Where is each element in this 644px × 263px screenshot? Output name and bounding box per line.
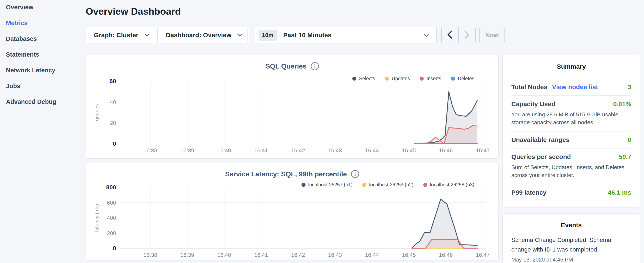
svg-text:16:44: 16:44 bbox=[365, 147, 379, 154]
graph-dropdown[interactable]: Graph: Cluster bbox=[86, 27, 158, 43]
summary-panel: Summary Total NodesView nodes list3Capac… bbox=[502, 55, 640, 208]
svg-text:16:47: 16:47 bbox=[476, 252, 490, 258]
svg-text:200: 200 bbox=[107, 230, 116, 236]
summary-subtext: You are using 28.6 MiB of 515.9 GiB usab… bbox=[511, 111, 631, 126]
summary-label: P99 latency bbox=[511, 189, 546, 196]
sql-queries-chart-plot[interactable]: 16:3816:3916:4016:4116:4216:4316:4416:45… bbox=[92, 78, 493, 155]
summary-label: Queries per second bbox=[511, 153, 571, 160]
sidebar-item-advanced-debug[interactable]: Advanced Debug bbox=[6, 98, 82, 105]
event-timestamp: May 13, 2020 at 4:45 PM bbox=[511, 256, 631, 263]
svg-text:16:40: 16:40 bbox=[217, 252, 231, 258]
db-console-page: OverviewMetricsDatabasesStatementsNetwor… bbox=[0, 0, 644, 263]
svg-text:0: 0 bbox=[113, 245, 116, 251]
sidebar-item-statements[interactable]: Statements bbox=[6, 51, 82, 58]
next-time-button[interactable] bbox=[458, 27, 475, 43]
svg-text:16:41: 16:41 bbox=[254, 147, 268, 154]
events-list: Schema Change Completed: Schema change w… bbox=[511, 235, 631, 263]
svg-text:16:39: 16:39 bbox=[180, 252, 194, 258]
toolbar-divider bbox=[248, 29, 248, 42]
summary-value: 0.01% bbox=[613, 100, 631, 108]
chevron-right-icon bbox=[464, 31, 470, 40]
summary-value: 59.7 bbox=[619, 153, 631, 160]
svg-text:60: 60 bbox=[110, 78, 116, 85]
chevron-down-icon bbox=[237, 34, 242, 37]
service-latency-chart-card: Service Latency: SQL, 99th percentile i … bbox=[86, 163, 498, 261]
svg-text:latency (ms): latency (ms) bbox=[94, 204, 100, 232]
chart-title: Service Latency: SQL, 99th percentile bbox=[225, 170, 347, 178]
view-nodes-list-link[interactable]: View nodes list bbox=[552, 83, 598, 91]
summary-value: 0 bbox=[628, 136, 631, 143]
svg-text:16:45: 16:45 bbox=[402, 252, 416, 258]
info-icon[interactable]: i bbox=[351, 170, 359, 178]
summary-rows: Total NodesView nodes list3Capacity Used… bbox=[511, 79, 631, 201]
svg-text:queries: queries bbox=[94, 104, 100, 121]
svg-text:16:46: 16:46 bbox=[439, 252, 453, 258]
event-message: Schema Change Completed: Schema change w… bbox=[511, 235, 631, 254]
svg-text:16:43: 16:43 bbox=[328, 252, 342, 258]
event-item: Schema Change Completed: Schema change w… bbox=[511, 235, 631, 263]
summary-value: 3 bbox=[628, 83, 631, 91]
summary-label: Total Nodes bbox=[511, 83, 547, 91]
sidebar-item-overview[interactable]: Overview bbox=[6, 4, 82, 11]
time-range-badge: 10m bbox=[258, 30, 277, 41]
summary-title: Summary bbox=[503, 63, 640, 70]
chevron-down-icon bbox=[144, 34, 150, 37]
svg-text:16:47: 16:47 bbox=[476, 147, 490, 154]
dashboard-dropdown[interactable]: Dashboard: Overview bbox=[158, 27, 250, 43]
svg-text:16:38: 16:38 bbox=[143, 147, 157, 154]
time-range-dropdown[interactable]: 10m Past 10 Minutes bbox=[255, 27, 437, 43]
svg-text:16:39: 16:39 bbox=[180, 147, 194, 154]
summary-subtext: Sum of Selects, Updates, Inserts, and De… bbox=[511, 163, 631, 179]
page-title: Overview Dashboard bbox=[86, 6, 181, 17]
svg-text:600: 600 bbox=[107, 200, 116, 206]
svg-text:16:42: 16:42 bbox=[291, 252, 305, 258]
sidebar-item-databases[interactable]: Databases bbox=[6, 35, 82, 42]
sidebar-item-metrics[interactable]: Metrics bbox=[6, 20, 82, 27]
svg-text:20: 20 bbox=[110, 120, 116, 126]
svg-text:16:46: 16:46 bbox=[439, 147, 453, 154]
sidebar-item-jobs[interactable]: Jobs bbox=[6, 83, 82, 90]
previous-time-button[interactable] bbox=[442, 27, 458, 43]
info-icon[interactable]: i bbox=[311, 62, 319, 70]
svg-text:0: 0 bbox=[113, 140, 116, 147]
chart-title: SQL Queries bbox=[265, 62, 306, 70]
summary-row: Queries per second59.7Sum of Selects, Up… bbox=[511, 149, 631, 184]
graph-dropdown-label: Graph: Cluster bbox=[94, 32, 138, 39]
chevron-down-icon bbox=[424, 34, 429, 37]
time-range-label: Past 10 Minutes bbox=[283, 32, 332, 39]
svg-text:40: 40 bbox=[110, 99, 116, 105]
svg-text:16:42: 16:42 bbox=[291, 147, 305, 154]
svg-text:16:44: 16:44 bbox=[365, 252, 379, 258]
summary-label: Capacity Used bbox=[511, 100, 555, 108]
events-panel: Events Schema Change Completed: Schema c… bbox=[502, 213, 640, 263]
time-step-buttons bbox=[441, 27, 476, 43]
svg-text:400: 400 bbox=[107, 215, 116, 221]
svg-text:16:45: 16:45 bbox=[402, 147, 416, 154]
service-latency-chart-plot[interactable]: 16:3816:3916:4016:4116:4216:4316:4416:45… bbox=[92, 184, 493, 259]
sidebar-item-network-latency[interactable]: Network Latency bbox=[6, 67, 82, 74]
dashboard-dropdown-label: Dashboard: Overview bbox=[166, 32, 231, 39]
sidebar: OverviewMetricsDatabasesStatementsNetwor… bbox=[6, 4, 82, 114]
chevron-left-icon bbox=[447, 31, 452, 40]
svg-text:16:43: 16:43 bbox=[328, 147, 342, 154]
summary-row: Unavailable ranges0 bbox=[511, 132, 631, 149]
summary-row: Capacity Used0.01%You are using 28.6 MiB… bbox=[511, 96, 631, 132]
summary-row: Total NodesView nodes list3 bbox=[511, 79, 631, 96]
sql-queries-chart-card: SQL Queries i SelectsUpdatesInsertsDelet… bbox=[86, 55, 498, 159]
svg-text:16:41: 16:41 bbox=[254, 252, 268, 258]
events-title: Events bbox=[503, 221, 640, 229]
svg-text:16:40: 16:40 bbox=[217, 147, 231, 154]
summary-value: 46.1 ms bbox=[608, 189, 631, 196]
summary-label: Unavailable ranges bbox=[511, 136, 569, 143]
svg-text:800: 800 bbox=[106, 184, 116, 191]
summary-row: P99 latency46.1 ms bbox=[511, 184, 631, 201]
now-button[interactable]: Now bbox=[480, 27, 504, 43]
svg-text:16:38: 16:38 bbox=[143, 252, 157, 258]
